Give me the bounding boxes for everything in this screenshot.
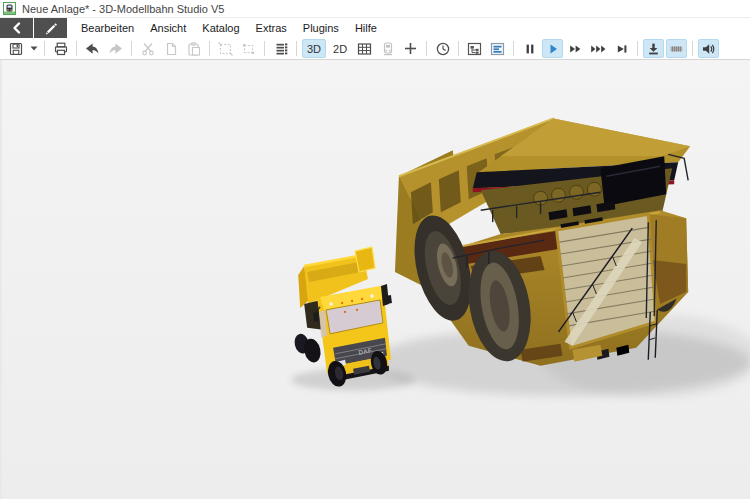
3d-viewport[interactable]: DAF [0,60,750,499]
toolbar-separator [426,41,427,56]
menu-bar: Bearbeiten Ansicht Katalog Extras Plugin… [0,18,750,38]
track-list-button[interactable] [270,39,291,58]
sound-icon [700,41,717,57]
toolbar: 3D 2D [0,38,750,60]
menu-hilfe[interactable]: Hilfe [347,18,385,38]
menu-bearbeiten[interactable]: Bearbeiten [73,18,142,38]
snap-to-ground-button[interactable] [643,39,664,58]
transform-selection-icon [217,41,234,57]
rotate-selection-icon [240,41,257,57]
print-icon [53,41,69,57]
toolbar-separator [76,41,77,56]
app-train-icon [3,2,16,15]
redo-button[interactable] [105,39,126,58]
event-manager-icon [466,41,483,57]
toolbar-separator [692,41,693,56]
toolbar-separator [44,41,45,56]
skip-to-end-icon [614,41,630,57]
track-snap-button[interactable] [666,39,687,58]
toolbar-separator [296,41,297,56]
event-manager-button[interactable] [464,39,485,58]
track-list-icon [273,41,289,57]
toolbar-separator [209,41,210,56]
undo-icon [84,41,101,57]
clock-icon [435,41,451,57]
rotate-selection-button[interactable] [238,39,259,58]
title-bar: Neue Anlage* - 3D-Modellbahn Studio V5 [0,0,750,18]
skip-to-end-button[interactable] [611,39,632,58]
pencil-icon [44,21,58,35]
add-object-button[interactable] [400,39,421,58]
save-dropdown-caret [30,46,38,51]
cut-button[interactable] [137,39,158,58]
print-button[interactable] [50,39,71,58]
window-title: Neue Anlage* - 3D-Modellbahn Studio V5 [22,3,224,15]
timer-button[interactable] [432,39,453,58]
save-icon [8,41,24,57]
grid-icon [356,41,373,57]
small-bed-headboard [355,247,375,272]
menu-plugins[interactable]: Plugins [295,18,347,38]
play-icon [545,41,561,57]
fastest-forward-button[interactable] [588,39,609,58]
toolbar-separator [637,41,638,56]
small-rear-wheels [293,330,323,365]
copy-button[interactable] [160,39,181,58]
pause-button[interactable] [519,39,540,58]
train-icon [380,41,396,57]
paste-button[interactable] [183,39,204,58]
sound-button[interactable] [698,39,719,58]
undo-button[interactable] [82,39,103,58]
pause-icon [522,41,538,57]
menu-items: Bearbeiten Ansicht Katalog Extras Plugin… [73,18,385,38]
view-2d-button[interactable]: 2D [328,39,352,58]
fast-forward-icon [567,41,584,57]
play-button[interactable] [542,39,563,58]
view-3d-button[interactable]: 3D [302,39,326,58]
grid-button[interactable] [354,39,375,58]
scene-canvas: DAF [2,60,750,499]
train-view-button[interactable] [377,39,398,58]
edit-mode-button[interactable] [34,18,67,38]
paste-icon [186,41,202,57]
save-button[interactable] [5,39,26,58]
toolbar-separator [458,41,459,56]
cut-icon [140,41,156,57]
chevron-left-icon [11,21,23,35]
menu-katalog[interactable]: Katalog [194,18,247,38]
back-button[interactable] [0,18,33,38]
toolbar-separator [131,41,132,56]
copy-icon [163,41,179,57]
radiator-stairs-panel [557,214,657,348]
menu-ansicht[interactable]: Ansicht [142,18,194,38]
log-window-button[interactable] [487,39,508,58]
toolbar-separator [264,41,265,56]
add-icon [403,41,418,56]
fast-forward-button[interactable] [565,39,586,58]
menu-extras[interactable]: Extras [248,18,295,38]
save-dropdown-button[interactable] [28,39,39,58]
snap-to-ground-icon [645,41,662,57]
log-icon [489,41,506,57]
fastest-forward-icon [589,41,608,57]
toolbar-separator [513,41,514,56]
track-snap-icon [668,41,685,57]
large-dump-truck-model[interactable] [371,118,750,397]
transform-selection-button[interactable] [215,39,236,58]
redo-icon [107,41,124,57]
